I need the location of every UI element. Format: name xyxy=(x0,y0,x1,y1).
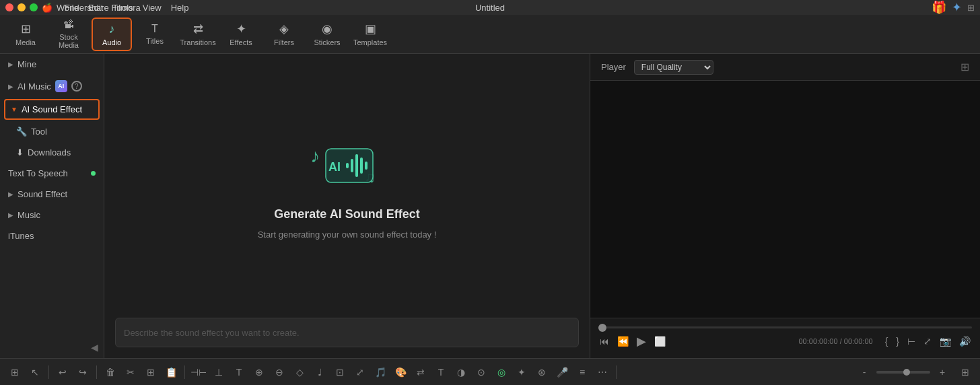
audio-label: Audio xyxy=(102,38,121,46)
media-button[interactable]: ⊞ Media xyxy=(5,18,46,51)
sidebar-item-downloads[interactable]: ⬇ Downloads xyxy=(0,142,104,163)
title-bar-center: Untitled xyxy=(475,3,505,13)
keyframe-button[interactable]: ◇ xyxy=(290,363,309,382)
stock-media-button[interactable]: 📽 Stock Media xyxy=(48,18,89,51)
ai-color-button[interactable]: ✦ xyxy=(512,363,531,382)
zoom-in-button[interactable]: + xyxy=(933,363,952,382)
sidebar-collapse-button[interactable]: ◀ xyxy=(91,342,98,353)
itunes-label: iTunes xyxy=(8,231,34,241)
stock-media-icon: 📽 xyxy=(63,19,74,31)
player-layout-buttons[interactable]: ⊞ xyxy=(960,61,969,73)
timeline-thumb[interactable] xyxy=(598,324,606,332)
snapshot-button[interactable]: ⬜ xyxy=(653,335,667,348)
sidebar-item-text-to-speech[interactable]: Text To Speech xyxy=(0,163,104,184)
color-button[interactable]: 🎨 xyxy=(391,363,410,382)
controls-row: ⏮ ⏪ ▶ ⬜ 00:00:00:00 / 00:00:00 { } ⊢ ⤢ 📷… xyxy=(598,332,972,350)
quality-select[interactable]: Full Quality High Quality Medium Quality… xyxy=(634,60,713,75)
transform-button[interactable]: ⤢ xyxy=(351,363,370,382)
grid-view-button[interactable]: ⊞ xyxy=(5,363,24,382)
ai-sound-effect-panel: ♪ ♫ AI Generate AI Sound Effect Start ge… xyxy=(104,54,590,318)
ai-music-info-icon: ? xyxy=(71,81,82,92)
downloads-icon: ⬇ xyxy=(16,147,24,158)
zoom-clip-in-button[interactable]: ⊕ xyxy=(250,363,269,382)
current-time: 00:00:00:00 xyxy=(798,337,837,345)
effects-button[interactable]: ✦ Effects xyxy=(221,18,261,51)
total-time: 00:00:00 xyxy=(844,337,873,345)
menu-edit[interactable]: Edit xyxy=(84,3,107,13)
crop-button[interactable]: ⊡ xyxy=(330,363,349,382)
ai-tools-button[interactable]: ◎ xyxy=(492,363,511,382)
prompt-input[interactable]: Describe the sound effect you want to cr… xyxy=(115,318,579,347)
filters-button[interactable]: ◈ Filters xyxy=(264,18,304,51)
templates-icon: ▣ xyxy=(365,22,376,36)
zoom-clip-out-button[interactable]: ⊖ xyxy=(270,363,289,382)
audio-button[interactable]: ♪ Audio xyxy=(92,18,132,51)
cursor-button[interactable]: ↖ xyxy=(26,363,44,382)
toolbar-separator-3 xyxy=(184,365,185,379)
split-button[interactable]: ⊥ xyxy=(209,363,228,382)
redo-button[interactable]: ↪ xyxy=(73,363,92,382)
play-button[interactable]: ▶ xyxy=(635,332,648,350)
menu-help[interactable]: Help xyxy=(167,3,193,13)
templates-button[interactable]: ▣ Templates xyxy=(350,18,390,51)
svg-text:AI: AI xyxy=(328,160,341,174)
generate-subtitle: Start generating your own sound effect t… xyxy=(258,230,437,240)
mark-in-button[interactable]: { xyxy=(884,335,890,348)
sidebar-item-ai-sound-effect[interactable]: ▼ AI Sound Effect xyxy=(4,99,100,120)
ripple-edit-button[interactable]: ⊣⊢ xyxy=(189,363,208,382)
ai-sound-effect-icon: ♪ ♫ AI xyxy=(307,132,388,199)
step-back-button[interactable]: ⏪ xyxy=(616,335,630,348)
text-button[interactable]: T xyxy=(431,363,450,382)
transition-button[interactable]: ⇄ xyxy=(411,363,430,382)
mask-button[interactable]: ◑ xyxy=(452,363,470,382)
screenshot-button[interactable]: 📷 xyxy=(938,335,952,348)
zoom-slider[interactable] xyxy=(876,371,930,374)
grid-layout-button[interactable]: ⊞ xyxy=(956,363,975,382)
fullscreen-button[interactable] xyxy=(30,3,38,11)
sidebar-item-itunes[interactable]: iTunes xyxy=(0,225,104,246)
close-button[interactable] xyxy=(5,3,13,11)
menu-view[interactable]: View xyxy=(139,3,166,13)
beat-button[interactable]: ♩ xyxy=(310,363,329,382)
timeline-bar[interactable] xyxy=(598,326,972,328)
menu-file[interactable]: File xyxy=(61,3,83,13)
menu-tools[interactable]: Tools xyxy=(108,3,137,13)
sidebar-item-ai-music[interactable]: ▶ AI Music AI ? xyxy=(0,75,104,98)
mark-out-button[interactable]: } xyxy=(895,335,901,348)
audio-icon: ♪ xyxy=(109,22,115,36)
player-label: Player xyxy=(601,62,626,72)
titles-button[interactable]: T Titles xyxy=(135,18,175,51)
sidebar-item-tool[interactable]: 🔧 Tool xyxy=(0,121,104,142)
gift-icon[interactable]: 🎁 xyxy=(932,0,946,15)
stabilize-button[interactable]: ⊙ xyxy=(472,363,491,382)
paste-button[interactable]: 📋 xyxy=(162,363,180,382)
minimize-button[interactable] xyxy=(18,3,26,11)
player-toolbar: Player Full Quality High Quality Medium … xyxy=(590,54,980,81)
marker-button[interactable]: T xyxy=(230,363,248,382)
copy-button[interactable]: ⊞ xyxy=(141,363,160,382)
filmora-icon: ✦ xyxy=(952,0,962,15)
ai-sound-label: AI Sound Effect xyxy=(22,104,82,114)
rewind-button[interactable]: ⏮ xyxy=(598,335,610,348)
stickers-button[interactable]: ◉ Stickers xyxy=(307,18,347,51)
sidebar-item-music[interactable]: ▶ Music xyxy=(0,205,104,225)
volume-button[interactable]: 🔊 xyxy=(958,335,972,348)
title-bar: 🍎 Wondershare Filmora File Edit Tools Vi… xyxy=(0,0,980,15)
mic-button[interactable]: 🎤 xyxy=(553,363,571,382)
tool-label: Tool xyxy=(31,127,47,137)
transitions-icon: ⇄ xyxy=(193,22,203,36)
transitions-button[interactable]: ⇄ Transitions xyxy=(178,18,218,51)
sidebar-item-mine[interactable]: ▶ Mine xyxy=(0,54,104,75)
scissors-button[interactable]: ✂ xyxy=(121,363,140,382)
sidebar-item-sound-effect[interactable]: ▶ Sound Effect xyxy=(0,184,104,205)
protect-button[interactable]: ⊛ xyxy=(532,363,551,382)
zoom-fit-button[interactable]: ⤢ xyxy=(922,335,933,348)
voice-button[interactable]: ≡ xyxy=(573,363,592,382)
more-button[interactable]: ⋯ xyxy=(593,363,612,382)
filters-icon: ◈ xyxy=(279,22,289,36)
trim-button[interactable]: ⊢ xyxy=(906,335,917,348)
undo-button[interactable]: ↩ xyxy=(53,363,72,382)
delete-button[interactable]: 🗑 xyxy=(101,363,120,382)
zoom-out-button[interactable]: - xyxy=(855,363,874,382)
audio-button-bottom[interactable]: 🎵 xyxy=(371,363,390,382)
